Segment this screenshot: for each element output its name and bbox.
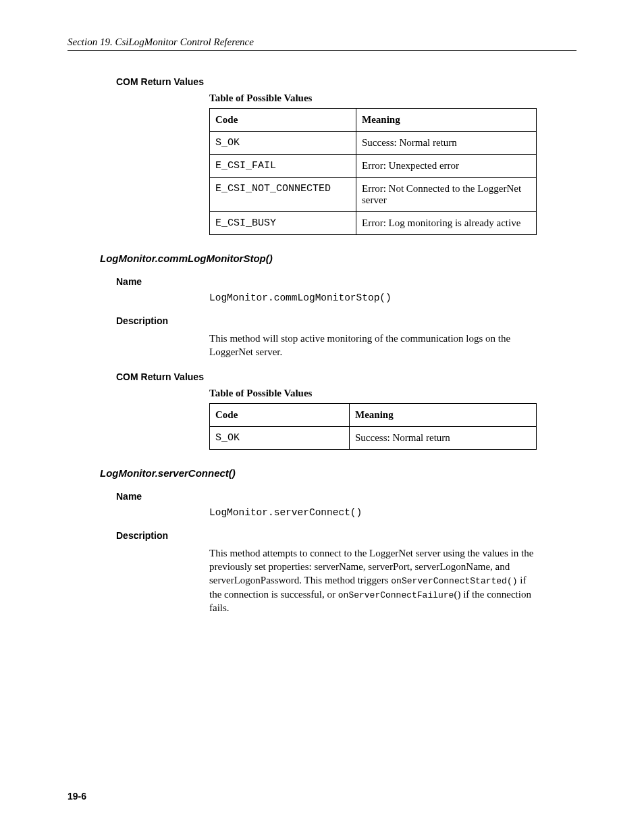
page-number: 19-6 (68, 791, 86, 802)
label-description-2: Description (116, 530, 576, 541)
cell-meaning: Success: Normal return (350, 426, 537, 449)
table-row: E_CSI_BUSY Error: Log monitoring is alre… (210, 212, 537, 235)
table-row: S_OK Success: Normal return (210, 426, 537, 449)
label-name-1: Name (116, 276, 576, 287)
label-description-1: Description (116, 315, 576, 326)
label-name-2: Name (116, 491, 576, 502)
cell-code: E_CSI_FAIL (210, 155, 356, 178)
table-caption-1: Table of Possible Values (209, 93, 576, 104)
th-meaning-2: Meaning (350, 403, 537, 426)
values-table-1: Code Meaning S_OK Success: Normal return… (209, 108, 537, 235)
running-header: Section 19. CsiLogMonitor Control Refere… (68, 36, 576, 51)
cell-meaning: Success: Normal return (356, 132, 537, 155)
cell-meaning: Error: Unexpected error (356, 155, 537, 178)
cell-code: E_CSI_NOT_CONNECTED (210, 178, 356, 212)
th-code-2: Code (210, 403, 350, 426)
method-heading-serverconnect: LogMonitor.serverConnect() (100, 467, 576, 479)
description-text-1: This method will stop active monitoring … (209, 332, 540, 359)
cell-code: S_OK (210, 426, 350, 449)
th-meaning-1: Meaning (356, 109, 537, 132)
method-heading-commlogmonitorstop: LogMonitor.commLogMonitorStop() (100, 253, 576, 264)
table-row: S_OK Success: Normal return (210, 132, 537, 155)
cell-meaning: Error: Not Connected to the LoggerNet se… (356, 178, 537, 212)
heading-com-return-values-1: COM Return Values (116, 76, 576, 87)
values-table-2: Code Meaning S_OK Success: Normal return (209, 403, 537, 450)
th-code-1: Code (210, 109, 356, 132)
description-text-2: This method attempts to connect to the L… (209, 546, 540, 615)
cell-meaning: Error: Log monitoring is already active (356, 212, 537, 235)
name-value-1: LogMonitor.commLogMonitorStop() (209, 292, 576, 303)
inline-code-onserverconnectfailure: onServerConnectFailure (338, 590, 454, 600)
cell-code: S_OK (210, 132, 356, 155)
table-row: E_CSI_NOT_CONNECTED Error: Not Connected… (210, 178, 537, 212)
table-row: E_CSI_FAIL Error: Unexpected error (210, 155, 537, 178)
name-value-2: LogMonitor.serverConnect() (209, 507, 576, 518)
inline-code-onserverconnectstarted: onServerConnectStarted() (391, 576, 517, 586)
heading-com-return-values-2: COM Return Values (116, 371, 576, 382)
table-caption-2: Table of Possible Values (209, 388, 576, 399)
cell-code: E_CSI_BUSY (210, 212, 356, 235)
